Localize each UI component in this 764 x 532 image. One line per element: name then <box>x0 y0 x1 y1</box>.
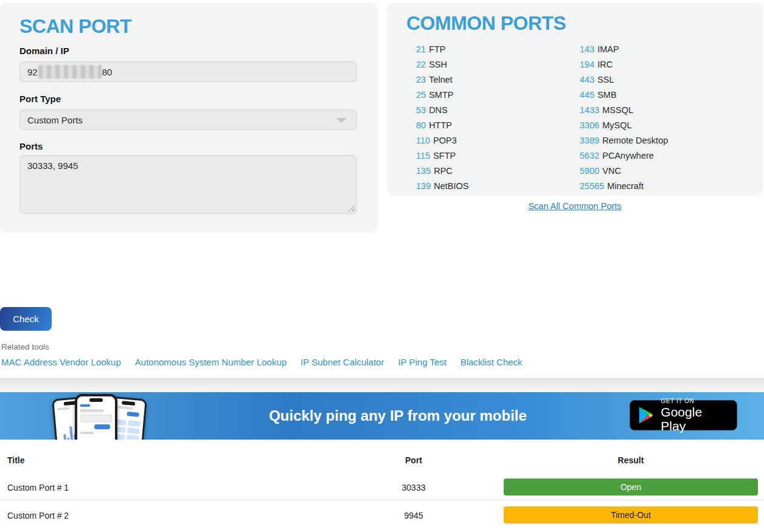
results-header-result: Result <box>504 455 758 465</box>
port-service-name: SMB <box>597 90 616 100</box>
port-number: 143 <box>580 44 594 54</box>
common-port-item: 23Telnet <box>416 72 468 87</box>
common-port-item: 22SSH <box>416 57 468 72</box>
domain-ip-label: Domain / IP <box>19 46 69 56</box>
port-service-name: POP3 <box>433 136 457 145</box>
port-number: 115 <box>416 151 430 161</box>
port-number: 194 <box>580 60 594 69</box>
port-number: 1433 <box>580 105 599 115</box>
resize-handle-icon[interactable] <box>348 205 355 212</box>
google-play-icon <box>638 406 654 424</box>
port-service-name: NetBIOS <box>434 181 468 191</box>
port-number: 139 <box>416 181 431 191</box>
common-port-item: 5900VNC <box>580 163 668 178</box>
common-port-item: 3306MySQL <box>580 117 668 133</box>
result-row-title: Custom Port # 2 <box>7 511 69 520</box>
common-port-item: 21FTP <box>416 41 468 57</box>
common-port-item: 25SMTP <box>416 87 468 102</box>
check-button[interactable]: Check <box>0 307 52 331</box>
ports-textarea[interactable]: 30333, 9945 <box>19 155 357 214</box>
ports-label: Ports <box>19 141 43 151</box>
port-service-name: HTTP <box>429 120 452 130</box>
port-service-name: SSL <box>597 75 614 85</box>
domain-ip-input[interactable]: 92 80 <box>19 61 357 82</box>
port-service-name: IRC <box>597 60 613 69</box>
port-type-select[interactable]: Custom Ports <box>19 109 357 130</box>
port-service-name: MySQL <box>602 120 631 130</box>
port-number: 80 <box>416 120 426 130</box>
play-badge-line1: GET IT ON <box>661 398 729 405</box>
ports-value: 30333, 9945 <box>27 161 78 171</box>
common-port-item: 143IMAP <box>580 41 668 57</box>
result-status-badge: Timed-Out <box>504 506 758 523</box>
port-number: 25565 <box>580 181 604 191</box>
port-type-label: Port Type <box>19 94 61 104</box>
port-service-name: Telnet <box>429 75 453 85</box>
port-number: 445 <box>580 90 594 100</box>
port-service-name: MSSQL <box>602 105 633 115</box>
port-service-name: RPC <box>434 166 453 176</box>
port-service-name: SMTP <box>429 90 453 100</box>
google-play-badge[interactable]: GET IT ON Google Play <box>630 400 737 430</box>
port-number: 110 <box>416 136 430 145</box>
result-row-port: 9945 <box>353 511 474 520</box>
scan-port-panel: SCAN PORT Domain / IP 92 80 Port Type Cu… <box>0 3 377 232</box>
related-tool-link[interactable]: Blacklist Check <box>460 357 523 367</box>
port-number: 25 <box>416 90 426 100</box>
port-service-name: SFTP <box>433 151 456 161</box>
port-service-name: Minecraft <box>607 181 644 191</box>
port-number: 443 <box>580 75 594 85</box>
common-port-item: 80HTTP <box>416 117 468 133</box>
redacted-ip-blur <box>38 65 102 78</box>
common-port-item: 110POP3 <box>416 133 468 148</box>
result-status-badge: Open <box>504 478 758 496</box>
phone-notch <box>89 398 103 402</box>
domain-ip-value-suffix: 80 <box>102 67 113 77</box>
port-number: 3306 <box>580 120 599 130</box>
port-scanner-page: SCAN PORT Domain / IP 92 80 Port Type Cu… <box>0 0 764 532</box>
port-service-name: IMAP <box>597 44 619 54</box>
common-ports-panel: COMMON PORTS 21FTP22SSH23Telnet25SMTP53D… <box>387 3 762 195</box>
port-service-name: PCAnywhere <box>602 151 654 161</box>
common-port-item: 135RPC <box>416 163 468 178</box>
play-badge-line2: Google Play <box>661 405 729 433</box>
row-divider <box>0 500 764 500</box>
section-divider-band <box>0 378 764 392</box>
port-number: 22 <box>416 60 426 69</box>
common-port-item: 3389Remote Desktop <box>580 133 668 148</box>
related-tool-link[interactable]: IP Subnet Calculator <box>300 357 384 367</box>
related-tool-link[interactable]: MAC Address Vendor Lookup <box>1 357 121 367</box>
scan-port-title: SCAN PORT <box>19 15 131 38</box>
port-number: 135 <box>416 166 431 176</box>
related-tool-link[interactable]: Autonomous System Number Lookup <box>135 357 286 367</box>
results-header-port: Port <box>353 455 474 465</box>
common-ports-column-1: 21FTP22SSH23Telnet25SMTP53DNS80HTTP110PO… <box>416 41 468 193</box>
related-tool-link[interactable]: IP Ping Test <box>398 357 446 367</box>
result-row-port: 30333 <box>353 483 474 492</box>
common-port-item: 445SMB <box>580 87 668 102</box>
common-port-item: 5632PCAnywhere <box>580 148 668 163</box>
scan-all-common-ports-link[interactable]: Scan All Common Ports <box>528 201 621 211</box>
chevron-down-icon <box>336 118 347 123</box>
port-type-selected-value: Custom Ports <box>27 115 83 125</box>
common-ports-column-2: 143IMAP194IRC443SSL445SMB1433MSSQL3306My… <box>580 41 668 193</box>
port-number: 5632 <box>580 151 599 161</box>
common-port-item: 25565Minecraft <box>580 178 668 193</box>
port-number: 5900 <box>580 166 599 176</box>
port-number: 21 <box>416 44 426 54</box>
port-number: 3389 <box>580 136 599 145</box>
common-port-item: 443SSL <box>580 72 668 87</box>
common-port-item: 53DNS <box>416 102 468 117</box>
scan-all-wrap: Scan All Common Ports <box>387 201 762 211</box>
port-service-name: Remote Desktop <box>602 136 668 145</box>
phone-mockup-center <box>75 394 117 440</box>
related-tools-links: MAC Address Vendor LookupAutonomous Syst… <box>1 357 523 367</box>
port-number: 23 <box>416 75 426 85</box>
port-service-name: SSH <box>429 60 447 69</box>
domain-ip-value-prefix: 92 <box>27 67 38 77</box>
common-ports-title: COMMON PORTS <box>406 12 566 35</box>
related-tools-label: Related tools <box>1 342 49 351</box>
mobile-app-banner: Quickly ping any IP from your mobile GET… <box>0 392 764 440</box>
port-service-name: DNS <box>429 105 448 115</box>
port-service-name: FTP <box>429 44 445 54</box>
